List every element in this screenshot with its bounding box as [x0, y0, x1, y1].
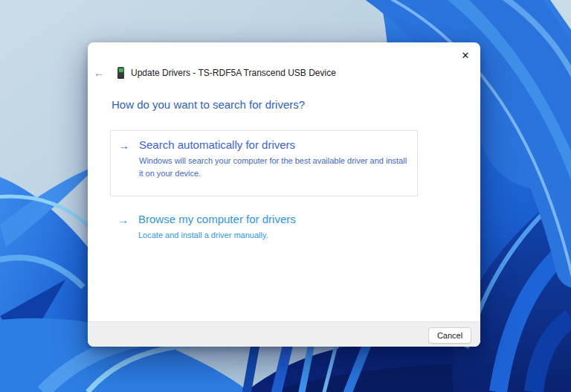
- page-heading: How do you want to search for drivers?: [112, 98, 305, 111]
- arrow-right-icon: →: [117, 213, 132, 228]
- cancel-button[interactable]: Cancel: [428, 327, 471, 344]
- option-description: Windows will search your computer for th…: [139, 155, 408, 179]
- option-search-automatically[interactable]: → Search automatically for drivers Windo…: [110, 130, 418, 196]
- option-title: Search automatically for drivers: [139, 138, 408, 152]
- option-description: Locate and install a driver manually.: [138, 229, 296, 242]
- option-browse-computer[interactable]: → Browse my computer for drivers Locate …: [110, 205, 418, 242]
- option-title: Browse my computer for drivers: [138, 212, 296, 227]
- close-icon: ✕: [462, 50, 470, 61]
- dialog-footer: Cancel: [88, 321, 480, 347]
- dialog-title: Update Drivers - TS-RDF5A Transcend USB …: [131, 68, 336, 78]
- arrow-right-icon: →: [118, 138, 133, 153]
- close-button[interactable]: ✕: [455, 45, 476, 65]
- option-text-block: Browse my computer for drivers Locate an…: [138, 212, 296, 242]
- device-led: [119, 68, 123, 72]
- option-text-block: Search automatically for drivers Windows…: [139, 138, 408, 179]
- dialog-header: ← Update Drivers - TS-RDF5A Transcend US…: [94, 65, 451, 80]
- back-button[interactable]: ←: [94, 65, 110, 80]
- back-arrow-icon: ←: [94, 66, 105, 79]
- update-drivers-dialog: ✕ ← Update Drivers - TS-RDF5A Transcend …: [88, 42, 480, 347]
- usb-device-icon: [117, 67, 124, 79]
